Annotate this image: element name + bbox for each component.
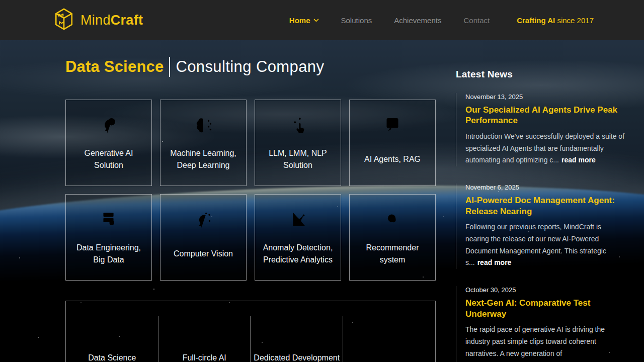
service-card-ai-agents-rag[interactable]: AI Agents, RAG bbox=[349, 100, 436, 186]
read-more-link[interactable]: read more bbox=[561, 156, 596, 164]
gear-search-icon bbox=[381, 208, 404, 232]
capability-label: Full-circle AI bbox=[183, 353, 226, 362]
latest-news-title: Latest News bbox=[456, 69, 625, 80]
laptop-handshake-icon bbox=[101, 322, 123, 344]
service-card-label: AI Agents, RAG bbox=[359, 145, 426, 173]
title-divider bbox=[169, 57, 170, 77]
chevron-down-icon bbox=[313, 19, 319, 22]
page-title-accent: Data Science bbox=[65, 58, 164, 76]
sliders-hand-icon bbox=[286, 113, 309, 137]
mindcraft-logo-icon bbox=[53, 8, 74, 33]
news-item[interactable]: October 30, 2025 Next-Gen AI: Comparativ… bbox=[456, 286, 625, 362]
services-grid: Generative AI Solution Machine Learning,… bbox=[65, 100, 436, 281]
service-card-label: LLM, LMM, NLP Solution bbox=[255, 145, 341, 173]
head-vision-icon bbox=[192, 208, 215, 232]
news-item[interactable]: November 13, 2025 Our Specialized AI Age… bbox=[456, 93, 625, 166]
news-body: Following our previous reports, MindCraf… bbox=[465, 221, 625, 269]
service-card-label: Data Engineering, Big Data bbox=[66, 240, 151, 268]
capability-label: Dedicated Development bbox=[254, 353, 340, 362]
capability-label: Data Science bbox=[88, 353, 136, 362]
news-date: November 13, 2025 bbox=[465, 93, 625, 101]
page-title: Data Science Consulting Company bbox=[65, 57, 324, 77]
news-headline[interactable]: Our Specialized AI Agents Drive Peak Per… bbox=[465, 105, 625, 126]
capabilities-band: Data Science Full-circle AI Dedicated De… bbox=[65, 301, 436, 362]
nav-item-contact[interactable]: Contact bbox=[463, 16, 490, 25]
brain-circuit-icon bbox=[192, 113, 215, 137]
news-body: Introduction We've successfully deployed… bbox=[465, 131, 625, 166]
news-headline[interactable]: Next-Gen AI: Comparative Test Underway bbox=[465, 298, 625, 319]
news-body: The rapid pace of generative AI is drivi… bbox=[465, 324, 625, 362]
tagline: Crafting AI since 2017 bbox=[517, 16, 594, 25]
latest-news-panel: Latest News November 13, 2025 Our Specia… bbox=[456, 69, 625, 362]
service-card-label: Machine Learning, Deep Learning bbox=[160, 145, 246, 173]
main-nav: Home Solutions Achievements Contact Craf… bbox=[289, 16, 594, 25]
service-card-data-engineering[interactable]: Data Engineering, Big Data bbox=[65, 194, 152, 281]
capability-data-science[interactable]: Data Science bbox=[66, 301, 158, 362]
service-card-label: Computer Vision bbox=[169, 240, 238, 268]
service-card-llm-nlp[interactable]: LLM, LMM, NLP Solution bbox=[255, 100, 341, 186]
news-item[interactable]: November 6, 2025 AI-Powered Doc Manageme… bbox=[456, 184, 625, 269]
team-gear-icon bbox=[286, 322, 308, 344]
service-card-machine-learning[interactable]: Machine Learning, Deep Learning bbox=[160, 100, 247, 186]
logo[interactable]: MindCraft bbox=[53, 8, 143, 33]
service-card-label: Generative AI Solution bbox=[66, 145, 151, 173]
cycle-gear-icon bbox=[193, 322, 215, 344]
news-date: November 6, 2025 bbox=[465, 184, 625, 191]
chat-gear-icon bbox=[381, 113, 404, 137]
head-message-icon bbox=[378, 322, 400, 344]
service-card-anomaly-detection[interactable]: Anomaly Detection, Predictive Analytics bbox=[255, 194, 341, 281]
logo-text: MindCraft bbox=[80, 13, 143, 28]
head-ai-icon bbox=[97, 113, 120, 137]
server-search-icon bbox=[97, 208, 120, 232]
page-title-rest: Consulting Company bbox=[176, 58, 324, 76]
service-card-computer-vision[interactable]: Computer Vision bbox=[160, 194, 247, 281]
nav-item-home[interactable]: Home bbox=[289, 16, 319, 25]
news-headline[interactable]: AI-Powered Doc Management Agent: Release… bbox=[465, 195, 625, 217]
nav-item-achievements[interactable]: Achievements bbox=[394, 16, 441, 25]
read-more-link[interactable]: read more bbox=[477, 258, 512, 266]
service-card-generative-ai[interactable]: Generative AI Solution bbox=[65, 100, 152, 186]
news-date: October 30, 2025 bbox=[465, 286, 625, 294]
hero-section: Data Science Consulting Company Generati… bbox=[0, 40, 644, 362]
page: MindCraft Home Solutions Achievements Co… bbox=[0, 0, 644, 362]
service-card-label: Anomaly Detection, Predictive Analytics bbox=[255, 240, 341, 268]
chart-line-icon bbox=[286, 208, 309, 232]
nav-item-solutions[interactable]: Solutions bbox=[341, 16, 372, 25]
service-card-recommender[interactable]: Recommender system bbox=[349, 194, 436, 281]
capability-full-circle-ai[interactable]: Full-circle AI bbox=[158, 301, 251, 362]
header: MindCraft Home Solutions Achievements Co… bbox=[0, 0, 644, 40]
service-card-label: Recommender system bbox=[350, 240, 435, 268]
capability-consulting[interactable] bbox=[343, 301, 436, 362]
capability-dedicated-development[interactable]: Dedicated Development bbox=[251, 301, 343, 362]
